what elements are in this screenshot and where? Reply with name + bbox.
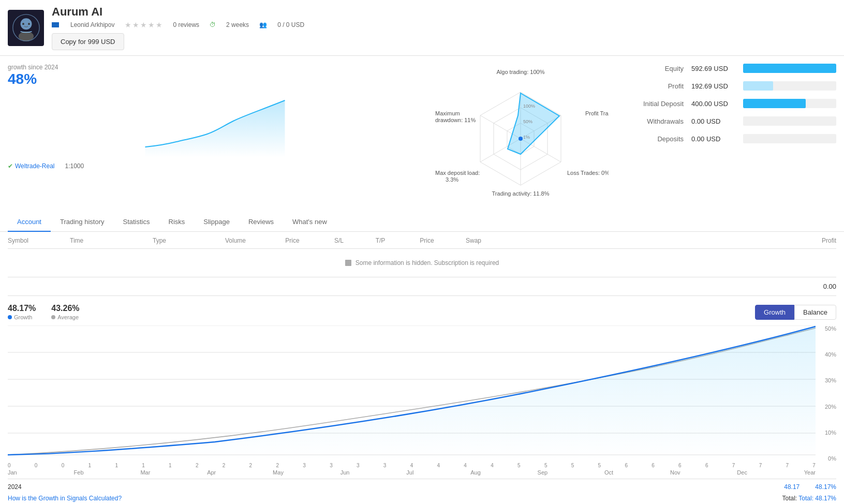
average-stat-label: Average <box>51 314 79 320</box>
svg-text:Profit Trades: 100%: Profit Trades: 100% <box>585 110 609 116</box>
period-value: 2 weeks <box>226 21 249 28</box>
initial-label: Initial Deposit <box>619 100 691 108</box>
bottom-bar: How is the Growth in Signals Calculated?… <box>8 493 836 504</box>
mini-chart <box>8 90 422 157</box>
growth-stats: 48.17% Growth 43.26% Average <box>8 304 80 320</box>
month-oct: Oct <box>604 469 613 476</box>
svg-point-0 <box>20 18 32 29</box>
svg-text:Max deposit load:: Max deposit load: <box>435 170 480 176</box>
month-nov: Nov <box>670 469 680 476</box>
growth-percentage: 48% <box>8 71 422 87</box>
page-header: Aurum AI Leonid Arkhipov ★ ★ ★ ★ ★ 0 rev… <box>0 0 844 56</box>
month-jun: Jun <box>340 469 350 476</box>
svg-point-12 <box>519 137 523 141</box>
col-swap: Swap <box>453 237 494 244</box>
svg-text:Trading activity: 11.8%: Trading activity: 11.8% <box>492 190 550 197</box>
tab-statistics[interactable]: Statistics <box>113 213 159 232</box>
tab-trading-history[interactable]: Trading history <box>51 213 114 232</box>
footer-values: 48.17 48.17% <box>784 483 836 491</box>
deposits-value: 0.00 USD <box>691 135 743 143</box>
deposits-bar-container <box>743 134 836 143</box>
growth-since-label: growth since 2024 <box>8 64 422 71</box>
hidden-info-bar: Some information is hidden. Subscription… <box>8 249 836 277</box>
col-tp: T/P <box>360 237 401 244</box>
reviews-count: 0 reviews <box>173 21 199 28</box>
equity-label: Equity <box>619 65 691 72</box>
growth-section: 48.17% Growth 43.26% Average Growth Bala… <box>0 296 844 504</box>
growth-button[interactable]: Growth <box>755 305 794 320</box>
tab-bar: Account Trading history Statistics Risks… <box>0 213 844 232</box>
avatar <box>8 10 44 46</box>
balance-button[interactable]: Balance <box>794 305 836 320</box>
withdrawals-bar-container <box>743 116 836 126</box>
table-section: Symbol Time Type Volume Price S/L T/P Pr… <box>0 232 844 296</box>
profit-bar-container <box>743 81 836 91</box>
initial-bar <box>743 99 806 108</box>
growth-dot-blue <box>8 315 12 319</box>
copy-count-icon: 👥 <box>259 21 267 28</box>
radar-chart-panel: 100% 50% 1% Algo trading: 100% Profit Tr… <box>433 64 609 205</box>
withdrawals-value: 0.00 USD <box>691 117 743 125</box>
copy-count: 0 / 0 USD <box>277 21 304 28</box>
star-rating: ★ ★ ★ ★ ★ <box>125 21 162 29</box>
total-row: 0.00 <box>8 277 836 296</box>
chart-wrapper: 50% 40% 30% 20% 10% 0% <box>8 325 836 462</box>
copy-button[interactable]: Copy for 999 USD <box>52 33 124 50</box>
svg-text:3.3%: 3.3% <box>446 176 458 183</box>
svg-marker-11 <box>508 93 559 154</box>
growth-stat-value: 48.17% <box>8 304 36 313</box>
chart-year: 2024 <box>8 483 22 491</box>
y-label-10: 10% <box>817 429 836 436</box>
y-label-30: 30% <box>817 377 836 383</box>
col-profit: Profit <box>494 237 836 244</box>
growth-stat-average: 43.26% Average <box>51 304 79 320</box>
month-mar: Mar <box>140 469 150 476</box>
svg-text:Algo trading: 100%: Algo trading: 100% <box>497 69 545 75</box>
lock-icon <box>345 260 351 266</box>
year-label-x: Year <box>804 469 816 476</box>
col-type: Type <box>153 237 204 244</box>
tab-risks[interactable]: Risks <box>159 213 195 232</box>
table-header: Symbol Time Type Volume Price S/L T/P Pr… <box>8 232 836 249</box>
month-jan: Jan <box>8 469 17 476</box>
author-name: Leonid Arkhipov <box>70 21 114 28</box>
header-info: Aurum AI Leonid Arkhipov ★ ★ ★ ★ ★ 0 rev… <box>52 5 836 50</box>
col-time: Time <box>70 237 153 244</box>
star-3: ★ <box>140 21 147 29</box>
average-label-text: Average <box>57 314 79 320</box>
tab-whats-new[interactable]: What's new <box>283 213 336 232</box>
flag-icon <box>52 22 59 27</box>
left-panel: growth since 2024 48% ✔ Weltrade-Real 1:… <box>8 64 422 205</box>
month-labels: Jan Feb Mar Apr May Jun Jul Aug Sep Oct … <box>8 468 836 476</box>
x-axis-numbers: 000 1111 2222 3333 4444 5555 6666 7777 <box>8 462 836 468</box>
equity-value: 592.69 USD <box>691 65 743 72</box>
star-2: ★ <box>132 21 139 29</box>
month-apr: Apr <box>207 469 216 476</box>
stat-deposits: Deposits 0.00 USD <box>619 134 836 143</box>
deposits-label: Deposits <box>619 135 691 143</box>
svg-text:1%: 1% <box>523 135 530 140</box>
tab-reviews[interactable]: Reviews <box>239 213 283 232</box>
svg-point-3 <box>22 23 24 25</box>
svg-text:Maximum: Maximum <box>435 110 460 116</box>
main-content: growth since 2024 48% ✔ Weltrade-Real 1:… <box>0 56 844 213</box>
withdrawals-label: Withdrawals <box>619 117 691 125</box>
initial-value: 400.00 USD <box>691 100 743 108</box>
month-dec: Dec <box>737 469 747 476</box>
star-4: ★ <box>148 21 155 29</box>
y-label-20: 20% <box>817 404 836 410</box>
y-label-40: 40% <box>817 351 836 358</box>
tab-account[interactable]: Account <box>8 213 51 232</box>
broker-label: Weltrade-Real <box>15 162 54 170</box>
profit-value: 192.69 USD <box>691 82 743 90</box>
total-value: 0.00 <box>823 283 836 290</box>
svg-text:100%: 100% <box>523 103 535 109</box>
month-aug: Aug <box>470 469 481 476</box>
month-jul: Jul <box>406 469 413 476</box>
svg-point-4 <box>28 23 30 25</box>
total-display: Total: Total: 48.17% <box>782 495 836 502</box>
tab-slippage[interactable]: Slippage <box>194 213 239 232</box>
growth-header: 48.17% Growth 43.26% Average Growth Bala… <box>8 304 836 320</box>
broker-name[interactable]: ✔ Weltrade-Real <box>8 162 54 170</box>
help-link[interactable]: How is the Growth in Signals Calculated? <box>8 495 122 502</box>
